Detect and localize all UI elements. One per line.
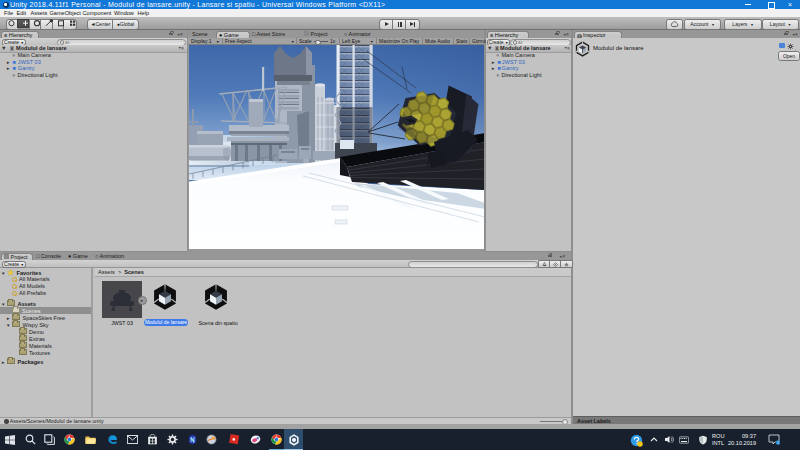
svg-text:1: 1	[777, 441, 779, 445]
